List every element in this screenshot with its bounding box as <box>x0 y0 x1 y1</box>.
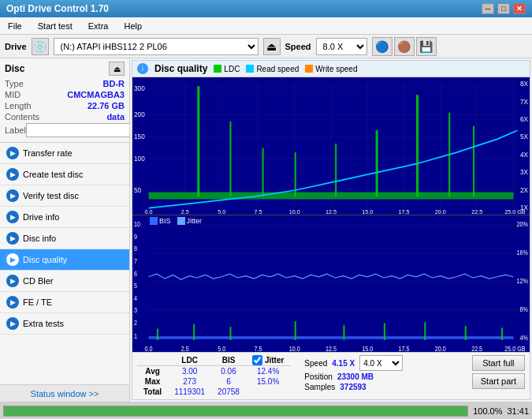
svg-text:8: 8 <box>134 245 137 253</box>
speed-select[interactable]: 8.0 X <box>316 38 367 55</box>
legend-ldc: LDC <box>214 65 240 73</box>
sidebar-item-transfer-rate[interactable]: ▶ Transfer rate <box>0 143 129 164</box>
svg-text:5X: 5X <box>520 133 528 140</box>
close-button[interactable]: ✕ <box>513 3 526 14</box>
chart-title-bar: i Disc quality LDC Read speed Write spee… <box>132 61 530 77</box>
button-group: Start full Start part <box>472 355 525 389</box>
legend-read-speed: Read speed <box>246 65 299 73</box>
speed-info: Speed 4.15 X 4.0 X Position 23300 MB Sam… <box>304 355 403 391</box>
speed-label: Speed <box>285 42 311 51</box>
svg-text:300: 300 <box>134 84 145 92</box>
maximize-button[interactable]: □ <box>497 3 510 14</box>
bis-color <box>150 217 158 225</box>
svg-text:0.0: 0.0 <box>145 208 153 214</box>
svg-text:0.0: 0.0 <box>145 345 154 352</box>
start-part-button[interactable]: Start part <box>472 373 525 389</box>
menu-help[interactable]: Help <box>119 20 147 32</box>
svg-rect-70 <box>157 328 158 339</box>
legend-write-speed: Write speed <box>305 65 357 73</box>
sidebar-item-verify-test-disc[interactable]: ▶ Verify test disc <box>0 185 129 207</box>
sidebar-item-drive-info[interactable]: ▶ Drive info <box>0 207 129 228</box>
drive-select[interactable]: (N:) ATAPI iHBS112 2 PL06 <box>54 38 259 55</box>
sidebar-item-disc-quality[interactable]: ▶ Disc quality <box>0 249 129 271</box>
bottom-chart-svg: 10 9 8 7 6 5 4 3 2 1 20% 16% 12% <box>132 215 530 353</box>
svg-text:22.5: 22.5 <box>471 345 483 352</box>
max-ldc: 273 <box>168 376 211 387</box>
menu-extra[interactable]: Extra <box>84 20 113 32</box>
menu-file[interactable]: File <box>3 20 27 32</box>
sidebar-item-label: FE / TE <box>23 297 52 307</box>
chart-panel: i Disc quality LDC Read speed Write spee… <box>132 60 530 400</box>
col-jitter: Jitter <box>246 355 290 366</box>
speed-dropdown[interactable]: 4.0 X <box>359 355 403 371</box>
speed-value: 4.15 X <box>332 359 355 368</box>
svg-text:5.0: 5.0 <box>218 345 226 352</box>
svg-text:9: 9 <box>134 233 137 241</box>
svg-text:7X: 7X <box>520 97 528 105</box>
svg-text:6X: 6X <box>520 115 528 123</box>
svg-text:25.0 GB: 25.0 GB <box>504 208 525 214</box>
mid-value: CMCMAGBA3 <box>67 90 125 99</box>
start-full-button[interactable]: Start full <box>472 355 525 371</box>
svg-text:5.0: 5.0 <box>218 208 225 214</box>
position-value: 23300 MB <box>337 372 374 381</box>
avg-bis: 0.06 <box>211 366 246 377</box>
max-jitter: 15.0% <box>246 376 290 387</box>
disc-quality-icon: ▶ <box>6 253 19 266</box>
contents-value: data <box>106 112 125 122</box>
disc-eject-button[interactable]: ⏏ <box>109 62 125 76</box>
jitter-checkbox[interactable] <box>252 355 262 365</box>
stats-row-avg: Avg 3.00 0.06 12.4% <box>137 366 290 377</box>
svg-text:8%: 8% <box>520 305 528 313</box>
top-chart: 300 200 150 100 50 8X 7X 6X 5X 4X 3X 2X … <box>132 77 530 215</box>
sidebar-item-disc-info[interactable]: ▶ Disc info <box>0 228 129 249</box>
sidebar-item-label: CD Bler <box>23 276 54 286</box>
svg-rect-30 <box>229 122 231 196</box>
svg-rect-72 <box>229 327 231 340</box>
cd-bler-icon: ▶ <box>6 275 19 287</box>
sidebar-nav: ▶ Transfer rate ▶ Create test disc ▶ Ver… <box>0 143 129 384</box>
sidebar-item-label: Transfer rate <box>23 148 73 158</box>
svg-text:20.0: 20.0 <box>435 208 446 214</box>
speed-icon-1[interactable]: 🔵 <box>372 37 392 56</box>
sidebar-item-cd-bler[interactable]: ▶ CD Bler <box>0 271 129 292</box>
speed-icon-save[interactable]: 💾 <box>416 37 437 56</box>
label-label: Label <box>5 125 26 135</box>
total-bis: 20758 <box>211 387 246 397</box>
svg-text:12.5: 12.5 <box>326 208 337 214</box>
chart-icon: i <box>137 63 148 74</box>
stats-row-max: Max 273 6 15.0% <box>137 376 290 387</box>
minimize-button[interactable]: ─ <box>482 3 494 14</box>
sidebar-item-create-test-disc[interactable]: ▶ Create test disc <box>0 164 129 185</box>
label-input[interactable] <box>26 123 130 137</box>
progress-bar-container: 100.0% 31:41 <box>0 402 532 419</box>
jitter-legend: Jitter <box>177 217 203 225</box>
sidebar-item-label: Create test disc <box>23 170 83 179</box>
disc-info-icon: ▶ <box>6 232 19 245</box>
status-window-button[interactable]: Status window >> <box>0 384 129 402</box>
speed-icons: 🔵 🟤 💾 <box>372 37 437 56</box>
length-value: 22.76 GB <box>87 101 125 110</box>
verify-test-disc-icon: ▶ <box>6 189 19 202</box>
menu-start-test[interactable]: Start test <box>33 20 77 32</box>
ldc-color <box>214 65 221 73</box>
sidebar-item-fe-te[interactable]: ▶ FE / TE <box>0 292 129 313</box>
svg-rect-35 <box>416 95 419 196</box>
top-chart-svg: 300 200 150 100 50 8X 7X 6X 5X 4X 3X 2X … <box>132 77 530 215</box>
sidebar-item-label: Drive info <box>23 212 59 222</box>
bottom-chart: BIS Jitter 10 9 8 7 6 5 <box>132 215 530 353</box>
svg-text:20.0: 20.0 <box>435 345 447 352</box>
eject-button[interactable]: ⏏ <box>263 38 281 55</box>
svg-text:2.5: 2.5 <box>181 345 190 352</box>
total-ldc: 1119301 <box>168 387 211 397</box>
create-test-disc-icon: ▶ <box>6 168 19 181</box>
type-label: Type <box>5 79 24 88</box>
type-value: BD-R <box>103 79 125 88</box>
sidebar-item-extra-tests[interactable]: ▶ Extra tests <box>0 313 129 335</box>
svg-text:7: 7 <box>134 257 137 265</box>
progress-bar-outer <box>3 406 468 417</box>
position-row: Position 23300 MB <box>304 372 403 381</box>
speed-icon-2[interactable]: 🟤 <box>394 37 415 56</box>
svg-text:3X: 3X <box>520 168 528 176</box>
svg-text:10.0: 10.0 <box>289 208 300 214</box>
